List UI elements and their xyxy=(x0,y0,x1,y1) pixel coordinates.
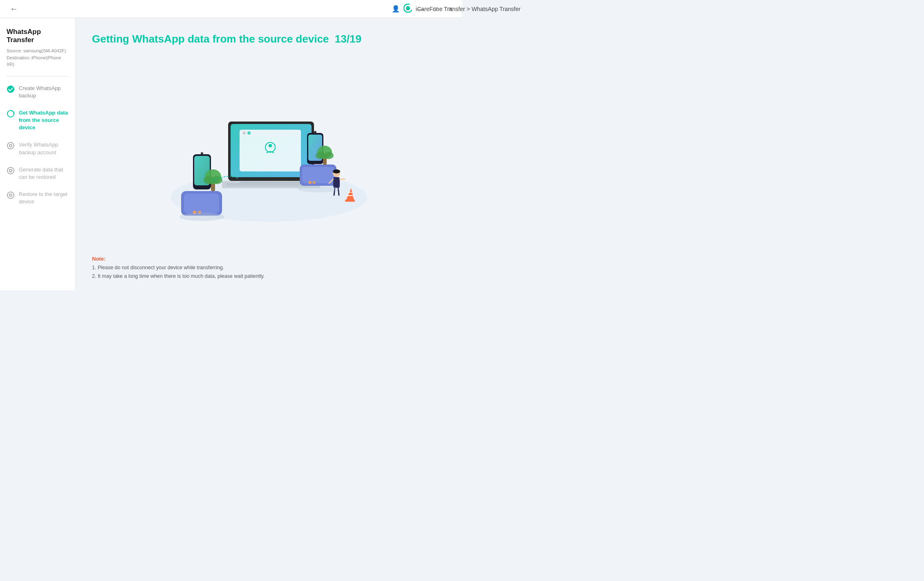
svg-rect-12 xyxy=(184,194,219,213)
sidebar: WhatsApp Transfer Source: samsung(SM-A04… xyxy=(0,18,76,290)
svg-point-5 xyxy=(9,144,12,147)
step-label-verify-account: Verify WhatsApp backup account xyxy=(19,141,69,156)
svg-point-7 xyxy=(9,169,12,172)
svg-point-2 xyxy=(7,86,14,93)
step-list: Create WhatsApp backup Get WhatsApp data… xyxy=(7,85,69,206)
note-text: 1. Please do not disconnect your device … xyxy=(92,263,446,281)
svg-point-35 xyxy=(308,181,311,184)
spinner-icon xyxy=(7,110,15,118)
svg-rect-53 xyxy=(345,200,355,202)
transfer-illustration xyxy=(150,74,388,230)
sidebar-title: WhatsApp Transfer xyxy=(7,28,69,44)
page-title: Getting WhatsApp data from the source de… xyxy=(92,33,446,45)
sidebar-item-get-data: Get WhatsApp data from the source device xyxy=(7,109,69,132)
inactive-circle-icon-2 xyxy=(7,167,15,175)
back-button[interactable]: ← xyxy=(7,2,21,15)
checkmark-icon xyxy=(7,85,15,93)
illustration-area xyxy=(92,52,446,252)
svg-point-57 xyxy=(298,186,339,192)
sidebar-source: Source: samsung(SM-A042F) Destination: i… xyxy=(7,47,69,68)
svg-point-39 xyxy=(314,131,316,133)
svg-rect-34 xyxy=(302,167,334,183)
svg-point-4 xyxy=(7,142,14,149)
sidebar-divider xyxy=(7,76,69,77)
svg-point-1 xyxy=(406,6,410,10)
svg-point-36 xyxy=(312,181,315,184)
note-section: Note: 1. Please do not disconnect your d… xyxy=(92,256,446,281)
svg-point-9 xyxy=(9,194,12,196)
content-area: Getting WhatsApp data from the source de… xyxy=(76,18,462,290)
svg-point-29 xyxy=(269,144,272,147)
titlebar-title: iCareFone Transfer > WhatsApp Transfer xyxy=(416,6,462,12)
svg-point-21 xyxy=(212,176,222,184)
inactive-circle-icon-1 xyxy=(7,142,15,150)
svg-point-43 xyxy=(324,152,334,159)
user-icon[interactable]: 👤 xyxy=(392,5,400,13)
step-label-restore: Restore to the target device xyxy=(19,191,69,205)
step-label-get-data: Get WhatsApp data from the source device xyxy=(19,109,69,132)
sidebar-item-restore: Restore to the target device xyxy=(7,191,69,205)
step-label-create-backup: Create WhatsApp backup xyxy=(19,85,69,99)
svg-point-50 xyxy=(333,169,340,173)
svg-rect-45 xyxy=(333,177,340,188)
app-logo-icon xyxy=(404,4,413,14)
svg-point-26 xyxy=(242,131,246,135)
progress-counter: 13/19 xyxy=(335,33,361,45)
sidebar-item-generate-data: Generate data that can be restored xyxy=(7,166,69,181)
inactive-circle-icon-3 xyxy=(7,191,15,199)
titlebar: ← iCareFone Transfer > WhatsApp Transfer… xyxy=(0,0,462,18)
main-layout: WhatsApp Transfer Source: samsung(SM-A04… xyxy=(0,18,462,290)
step-label-generate-data: Generate data that can be restored xyxy=(19,166,69,181)
sidebar-item-verify-account: Verify WhatsApp backup account xyxy=(7,141,69,156)
svg-point-17 xyxy=(201,152,203,155)
svg-point-27 xyxy=(247,131,251,135)
sidebar-item-create-backup: Create WhatsApp backup xyxy=(7,85,69,99)
svg-point-6 xyxy=(7,167,14,174)
note-label: Note: xyxy=(92,256,446,262)
svg-point-8 xyxy=(7,192,14,198)
svg-point-56 xyxy=(179,213,224,221)
